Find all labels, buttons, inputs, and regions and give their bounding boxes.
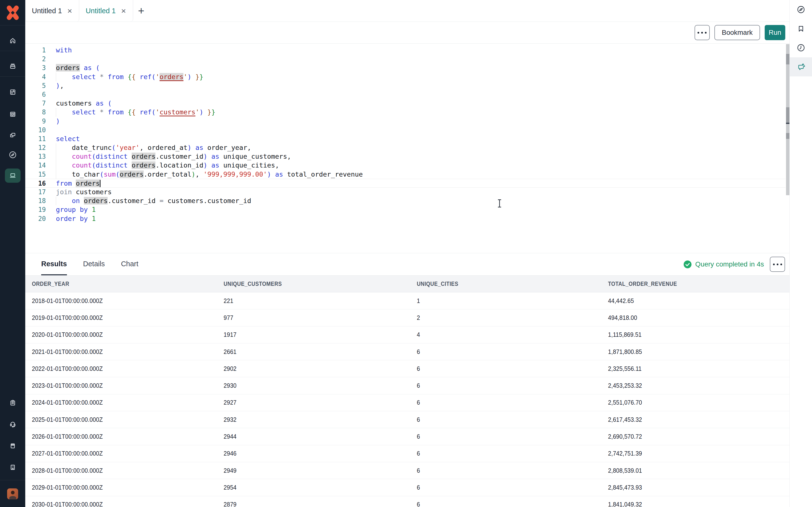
apps-button[interactable] [0, 83, 25, 101]
history-panel-button[interactable] [790, 38, 812, 57]
table-row[interactable]: 2018-01-01T00:00:00.000Z221144,442.65 [25, 292, 790, 309]
code-line[interactable]: 14count(distinct orders.location_id) as … [25, 161, 785, 170]
table-cell: 6 [417, 399, 589, 406]
code-line[interactable]: 5), [25, 81, 785, 90]
column-header[interactable]: TOTAL_ORDER_REVENUE [608, 281, 775, 287]
line-number: 7 [25, 99, 46, 108]
column-header[interactable]: UNIQUE_CUSTOMERS [223, 281, 401, 287]
avatar-photo [7, 488, 18, 499]
table-row[interactable]: 2020-01-01T00:00:00.000Z191741,115,869.5… [25, 327, 790, 343]
tab-label: Untitled 1 [32, 7, 62, 15]
table-row[interactable]: 2027-01-01T00:00:00.000Z294662,742,751.3… [25, 445, 790, 462]
table-cell: 6 [417, 450, 589, 457]
table-row[interactable]: 2030-01-01T00:00:00.000Z287961,841,049.3… [25, 496, 790, 507]
sql-editor[interactable]: 1with23orders as (4select * from {{ ref(… [25, 44, 785, 253]
results-tab-row: ResultsDetailsChart Query completed in 4… [25, 253, 790, 275]
column-header[interactable]: UNIQUE_CITIES [417, 281, 593, 287]
table-cell: 2946 [223, 450, 397, 457]
code-line[interactable]: 9) [25, 117, 785, 126]
notes-button[interactable] [0, 394, 25, 412]
table-cell: 6 [417, 501, 589, 507]
table-cell: 2030-01-01T00:00:00.000Z [32, 501, 204, 507]
app-window: Untitled 1×Untitled 1× + Bookmark Run 1w… [0, 0, 812, 507]
left-sidebar [0, 0, 25, 507]
code-line[interactable]: 6 [25, 90, 785, 99]
bookmarks-panel-button[interactable] [790, 19, 812, 38]
compass-icon [8, 150, 18, 160]
docs-button[interactable] [0, 437, 25, 455]
line-number: 13 [25, 152, 46, 161]
table-cell: 494,818.00 [608, 314, 771, 322]
more-options-button[interactable] [695, 25, 710, 40]
line-number: 5 [25, 81, 46, 90]
table-row[interactable]: 2022-01-01T00:00:00.000Z290262,325,556.1… [25, 360, 790, 377]
explore-button[interactable] [0, 146, 25, 164]
results-tab-chart[interactable]: Chart [121, 253, 138, 275]
code-line[interactable]: 8select * from {{ ref('customers') }} [25, 108, 785, 117]
bookmark-button[interactable]: Bookmark [714, 25, 760, 40]
line-number: 11 [25, 134, 46, 143]
ai-chat-sparkle-icon [796, 62, 806, 72]
table-cell: 2022-01-01T00:00:00.000Z [32, 365, 204, 373]
code-cell-button[interactable] [0, 106, 25, 123]
code-line[interactable]: 12date_trunc('year', ordered_at) as orde… [25, 143, 785, 152]
code-line[interactable]: 10 [25, 126, 785, 134]
column-header[interactable]: ORDER_YEAR [32, 281, 208, 287]
results-tab-details[interactable]: Details [83, 253, 105, 275]
run-button[interactable]: Run [765, 25, 785, 40]
line-number: 20 [25, 214, 46, 223]
collections-button[interactable] [0, 57, 25, 75]
code-line[interactable]: 19group by 1 [25, 205, 785, 214]
code-line[interactable]: 20order by 1 [25, 214, 785, 223]
code-line[interactable]: 3orders as ( [25, 63, 785, 72]
table-row[interactable]: 2028-01-01T00:00:00.000Z294962,808,539.0… [25, 462, 790, 479]
code-line[interactable]: 16from orders [25, 179, 785, 188]
organization-button[interactable] [0, 458, 25, 476]
results-more-button[interactable] [770, 257, 785, 272]
results-tab-results[interactable]: Results [41, 253, 67, 275]
line-number: 17 [25, 188, 46, 196]
line-number: 14 [25, 161, 46, 170]
code-line[interactable]: 15to_char(sum(orders.order_total), '999,… [25, 170, 785, 179]
projects-button[interactable] [0, 126, 25, 144]
rail-divider [0, 76, 25, 77]
table-row[interactable]: 2025-01-01T00:00:00.000Z293262,617,453.3… [25, 411, 790, 428]
table-cell: 2027-01-01T00:00:00.000Z [32, 450, 204, 457]
table-row[interactable]: 2023-01-01T00:00:00.000Z293062,453,253.3… [25, 377, 790, 394]
document-tab[interactable]: Untitled 1× [79, 0, 133, 21]
table-cell: 4 [417, 331, 589, 338]
ai-chat-panel-button[interactable] [790, 57, 812, 76]
close-tab-icon[interactable]: × [120, 7, 126, 15]
table-cell: 2930 [223, 382, 397, 389]
code-line[interactable]: 2 [25, 55, 785, 63]
table-row[interactable]: 2026-01-01T00:00:00.000Z294462,690,570.7… [25, 428, 790, 445]
new-tab-button[interactable]: + [133, 0, 149, 21]
explore-panel-button[interactable] [790, 0, 812, 19]
code-line[interactable]: 4select * from {{ ref('orders') }} [25, 72, 785, 81]
home-button[interactable] [0, 32, 25, 50]
document-tab[interactable]: Untitled 1× [25, 0, 79, 21]
table-cell: 2,453,253.32 [608, 382, 771, 389]
support-button[interactable] [0, 415, 25, 433]
table-row[interactable]: 2019-01-01T00:00:00.000Z9772494,818.00 [25, 309, 790, 326]
table-row[interactable]: 2024-01-01T00:00:00.000Z292762,551,076.7… [25, 394, 790, 411]
table-cell: 2,845,473.93 [608, 484, 771, 491]
table-row[interactable]: 2021-01-01T00:00:00.000Z266161,871,800.8… [25, 343, 790, 360]
hex-logo[interactable] [0, 0, 25, 25]
compute-button-active[interactable] [0, 167, 25, 184]
code-line[interactable]: 7customers as ( [25, 99, 785, 108]
table-cell: 2024-01-01T00:00:00.000Z [32, 399, 204, 406]
line-number: 9 [25, 117, 46, 126]
clipboard-icon [8, 398, 18, 408]
table-cell: 1917 [223, 331, 397, 338]
user-avatar[interactable] [7, 488, 18, 499]
code-line[interactable]: 17join customers [25, 188, 785, 196]
close-tab-icon[interactable]: × [67, 7, 73, 15]
code-line[interactable]: 1with [25, 46, 785, 55]
code-line[interactable]: 13count(distinct orders.customer_id) as … [25, 152, 785, 161]
code-line[interactable]: 11select [25, 134, 785, 143]
code-line[interactable]: 18on orders.customer_id = customers.cust… [25, 196, 785, 205]
table-row[interactable]: 2029-01-01T00:00:00.000Z295462,845,473.9… [25, 479, 790, 496]
table-cell: 1 [417, 297, 589, 305]
building-icon [8, 462, 18, 472]
